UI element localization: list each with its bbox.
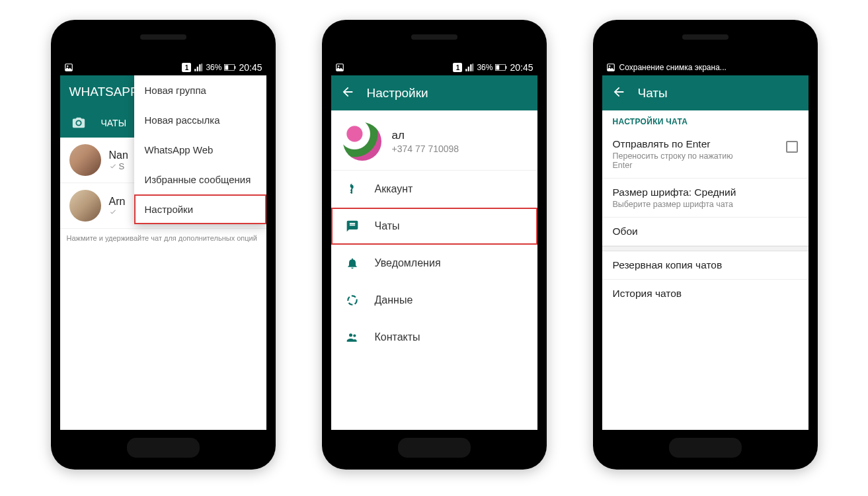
section-divider <box>602 246 809 251</box>
image-icon <box>606 63 615 72</box>
status-time: 20:45 <box>239 62 262 73</box>
menu-new-broadcast[interactable]: Новая рассылка <box>134 105 266 135</box>
svg-rect-3 <box>225 65 229 70</box>
screen-2: 1 36% 20:45 Настройки ал +374 77 710098 <box>331 60 537 430</box>
phone-frame-3: Сохранение снимка экрана... Чаты НАСТРОЙ… <box>593 20 818 470</box>
pref-title: Обои <box>613 226 638 237</box>
screenshot-toast: Сохранение снимка экрана... <box>619 63 805 72</box>
check-icon <box>109 208 117 216</box>
settings-notifications[interactable]: Уведомления <box>331 245 537 282</box>
battery-text: 36% <box>477 63 493 72</box>
signal-icon <box>465 63 474 72</box>
phone-frame-1: 1 36% 20:45 WHATSAPP ЧАТЫ Nan S <box>51 20 276 470</box>
menu-new-group[interactable]: Новая группа <box>134 75 266 105</box>
pref-title: История чатов <box>613 288 682 300</box>
check-icon <box>109 162 117 170</box>
svg-point-6 <box>338 65 339 67</box>
svg-rect-9 <box>506 66 506 69</box>
chat-icon <box>344 220 360 233</box>
app-bar: Настройки <box>331 75 537 110</box>
profile-row[interactable]: ал +374 77 710098 <box>331 110 537 171</box>
profile-phone: +374 77 710098 <box>392 144 459 154</box>
battery-icon <box>224 64 236 71</box>
status-bar: 1 36% 20:45 <box>331 60 537 75</box>
settings-chats[interactable]: Чаты <box>331 208 537 245</box>
svg-point-11 <box>349 333 352 337</box>
pref-subtitle: Выберите размер шрифта чата <box>613 200 736 209</box>
settings-account[interactable]: Аккаунт <box>331 171 537 208</box>
back-button[interactable] <box>612 85 626 101</box>
data-icon <box>344 294 360 307</box>
pref-font-size[interactable]: Размер шрифта: Средний Выберите размер ш… <box>602 179 809 218</box>
svg-point-1 <box>67 65 68 67</box>
menu-whatsapp-web[interactable]: WhatsApp Web <box>134 135 266 165</box>
profile-name: ал <box>392 129 459 142</box>
battery-icon <box>495 64 507 71</box>
phone-frame-2: 1 36% 20:45 Настройки ал +374 77 710098 <box>322 20 547 470</box>
camera-icon[interactable] <box>65 116 92 130</box>
status-bar: 1 36% 20:45 <box>60 60 266 75</box>
avatar <box>69 144 101 176</box>
sim-indicator: 1 <box>182 63 191 72</box>
settings-label: Чаты <box>375 220 400 232</box>
chat-name: Nan <box>109 149 128 161</box>
key-icon <box>344 183 360 196</box>
menu-settings[interactable]: Настройки <box>134 194 266 224</box>
settings-data[interactable]: Данные <box>331 282 537 319</box>
image-icon <box>335 63 344 72</box>
signal-icon <box>194 63 203 72</box>
settings-label: Уведомления <box>375 257 441 269</box>
svg-point-10 <box>348 296 356 304</box>
page-title: Настройки <box>367 86 428 101</box>
long-press-hint: Нажмите и удерживайте чат для дополнител… <box>60 229 266 247</box>
status-bar: Сохранение снимка экрана... <box>602 60 809 75</box>
page-title: Чаты <box>638 86 668 101</box>
screen-1: 1 36% 20:45 WHATSAPP ЧАТЫ Nan S <box>60 60 266 430</box>
tab-chats[interactable]: ЧАТЫ <box>92 108 136 138</box>
screen-3: Сохранение снимка экрана... Чаты НАСТРОЙ… <box>602 60 809 430</box>
bell-icon <box>344 257 360 270</box>
pref-history[interactable]: История чатов <box>602 280 809 308</box>
svg-point-14 <box>609 65 610 67</box>
chat-sub-text: S <box>119 161 125 171</box>
app-title: WHATSAPP <box>69 85 139 99</box>
battery-text: 36% <box>206 63 221 72</box>
overflow-menu: Новая группа Новая рассылка WhatsApp Web… <box>134 75 266 224</box>
settings-label: Контакты <box>375 331 420 343</box>
avatar <box>69 190 101 222</box>
pref-wallpaper[interactable]: Обои <box>602 218 809 246</box>
settings-label: Аккаунт <box>375 183 413 195</box>
section-header: НАСТРОЙКИ ЧАТА <box>602 110 809 130</box>
settings-contacts[interactable]: Контакты <box>331 319 537 356</box>
chat-name: Arn <box>109 196 126 208</box>
avatar <box>343 122 381 161</box>
menu-starred[interactable]: Избранные сообщения <box>134 165 266 194</box>
pref-title: Резервная копия чатов <box>613 259 723 271</box>
app-bar: Чаты <box>602 75 809 110</box>
status-time: 20:45 <box>510 62 533 73</box>
contacts-icon <box>344 331 360 344</box>
pref-enter-send[interactable]: Отправлять по Enter Переносить строку по… <box>602 130 809 179</box>
checkbox[interactable] <box>786 141 798 153</box>
image-icon <box>64 63 73 72</box>
svg-point-12 <box>353 334 356 337</box>
svg-rect-4 <box>235 66 235 69</box>
pref-title: Отправлять по Enter <box>613 138 745 150</box>
back-button[interactable] <box>340 85 355 101</box>
settings-label: Данные <box>375 294 413 306</box>
pref-subtitle: Переносить строку по нажатию Enter <box>613 151 745 170</box>
pref-backup[interactable]: Резервная копия чатов <box>602 251 809 280</box>
svg-rect-8 <box>496 65 500 70</box>
pref-title: Размер шрифта: Средний <box>613 186 736 198</box>
sim-indicator: 1 <box>453 63 462 72</box>
